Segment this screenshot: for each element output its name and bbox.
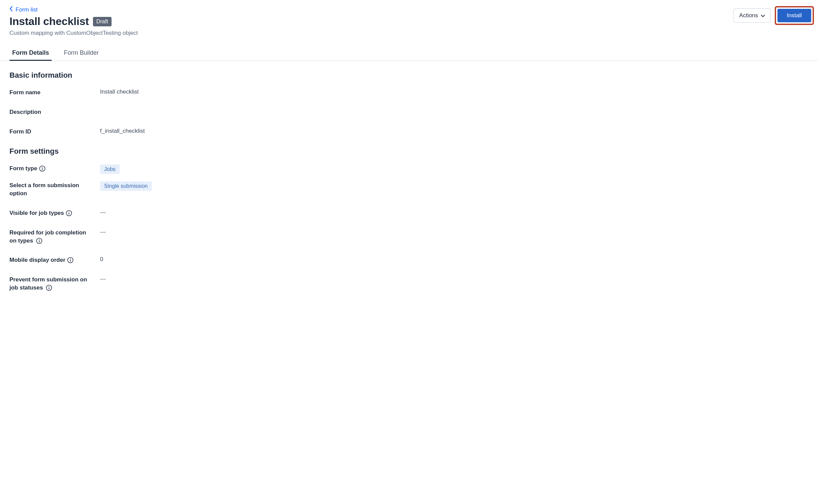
info-icon[interactable] (39, 166, 45, 172)
value-submission-option: Single submission (100, 181, 152, 191)
value-form-id: f_install_checklist (100, 128, 145, 134)
back-link-label: Form list (16, 6, 38, 13)
info-icon[interactable] (46, 285, 52, 291)
value-form-type: Jobs (100, 165, 120, 174)
tag-form-type: Jobs (100, 165, 120, 174)
info-icon[interactable] (67, 257, 73, 263)
status-badge: Draft (93, 17, 112, 26)
label-form-name: Form name (9, 89, 100, 97)
chevron-down-icon (761, 12, 765, 19)
svg-rect-5 (69, 212, 69, 215)
install-button-highlight: Install (775, 6, 814, 25)
label-form-type: Form type (9, 165, 100, 173)
value-form-name: Install checklist (100, 89, 139, 95)
label-mobile-display-order: Mobile display order (9, 256, 100, 264)
install-button[interactable]: Install (777, 9, 811, 22)
svg-rect-11 (70, 260, 71, 262)
page-subtitle: Custom mapping with CustomObjectTesting … (9, 30, 138, 36)
svg-point-4 (69, 211, 69, 212)
svg-rect-2 (42, 168, 43, 170)
value-required-job-completion: --- (100, 229, 106, 235)
value-visible-job-types: --- (100, 209, 106, 216)
section-basic-information-title: Basic information (9, 71, 809, 80)
label-submission-option: Select a form submission option (9, 181, 100, 198)
label-form-id: Form ID (9, 128, 100, 136)
back-form-list-link[interactable]: Form list (9, 6, 38, 13)
chevron-left-icon (9, 6, 13, 13)
info-icon[interactable] (36, 238, 42, 244)
tag-submission-option: Single submission (100, 181, 152, 191)
value-mobile-display-order: 0 (100, 256, 103, 263)
actions-button-label: Actions (739, 12, 758, 19)
tab-form-builder[interactable]: Form Builder (61, 46, 101, 61)
value-prevent-submission: --- (100, 276, 106, 282)
tabs-bar: Form Details Form Builder (0, 46, 818, 61)
label-required-job-completion: Required for job completion on types (9, 229, 100, 245)
label-visible-job-types: Visible for job types (9, 209, 100, 217)
svg-point-13 (49, 286, 49, 287)
svg-point-10 (70, 258, 71, 259)
svg-rect-8 (39, 241, 40, 243)
label-description: Description (9, 108, 100, 116)
label-prevent-submission: Prevent form submission on job statuses (9, 276, 100, 292)
actions-dropdown-button[interactable]: Actions (733, 8, 771, 23)
svg-point-7 (39, 239, 40, 240)
section-form-settings-title: Form settings (9, 147, 809, 156)
svg-rect-14 (49, 287, 49, 289)
page-title: Install checklist (9, 15, 89, 28)
tab-form-details[interactable]: Form Details (9, 46, 52, 61)
info-icon[interactable] (66, 210, 72, 216)
svg-point-1 (42, 167, 43, 168)
